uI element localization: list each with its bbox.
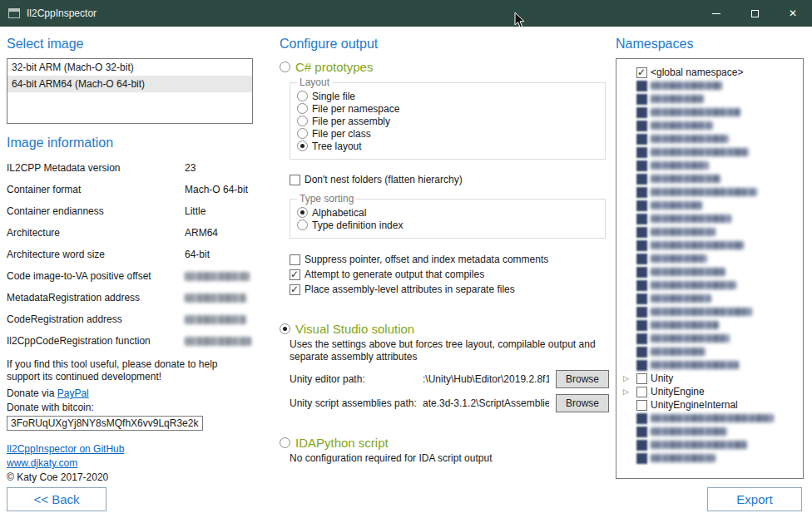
namespace-item[interactable]: UnityEngineInternal <box>623 398 800 412</box>
namespace-item[interactable] <box>623 345 800 358</box>
maximize-button[interactable] <box>735 0 774 27</box>
checkbox-icon[interactable] <box>636 320 647 331</box>
checkbox-icon[interactable] <box>636 214 647 224</box>
info-label: Il2CppCodeRegistration function <box>7 335 185 347</box>
sorting-option[interactable]: Type definition index <box>297 219 598 231</box>
namespace-item[interactable] <box>623 132 800 146</box>
redacted-label <box>651 254 707 263</box>
namespace-item[interactable]: <global namespace> <box>623 66 800 79</box>
namespace-item[interactable] <box>623 225 800 239</box>
namespace-item[interactable] <box>623 159 800 172</box>
namespace-item[interactable] <box>623 239 800 252</box>
minimize-button[interactable] <box>697 0 735 27</box>
namespace-item[interactable] <box>623 305 800 318</box>
namespace-item[interactable] <box>623 451 800 465</box>
checkbox-icon[interactable] <box>636 240 647 251</box>
namespace-item[interactable] <box>623 92 800 106</box>
namespace-item[interactable] <box>623 172 800 185</box>
sorting-option[interactable]: Alphabetical <box>297 206 598 219</box>
layout-option[interactable]: Tree layout <box>297 140 598 152</box>
checkbox-icon[interactable] <box>636 453 647 464</box>
checkbox-icon[interactable] <box>636 227 647 238</box>
namespace-item[interactable] <box>623 358 800 372</box>
checkbox-icon[interactable] <box>636 147 647 158</box>
checkbox-icon[interactable] <box>636 280 647 291</box>
namespace-list[interactable]: <global namespace>▷Unity▷UnityEngineUnit… <box>616 58 804 479</box>
checkbox-icon[interactable] <box>636 440 647 451</box>
vs-fields: Unity editor path::\Unity\Hub\Editor\201… <box>290 370 609 412</box>
namespace-item[interactable] <box>623 265 800 279</box>
checkbox-icon[interactable] <box>636 94 647 105</box>
namespace-item[interactable] <box>623 199 800 212</box>
checkbox-icon[interactable] <box>636 373 647 384</box>
idapython-radio[interactable]: IDAPython script <box>280 434 609 451</box>
checkbox-icon[interactable] <box>636 294 647 304</box>
namespace-item[interactable] <box>623 212 800 225</box>
image-list-item[interactable]: 64-bit ARM64 (Mach-O 64-bit) <box>7 76 252 92</box>
visual-studio-radio[interactable]: Visual Studio solution <box>280 320 609 337</box>
checkbox-icon[interactable] <box>636 267 647 278</box>
checkbox-icon[interactable] <box>636 307 647 318</box>
expander-icon[interactable]: ▷ <box>623 375 633 382</box>
namespace-item[interactable] <box>623 252 800 265</box>
namespace-item[interactable] <box>623 425 800 438</box>
namespace-item[interactable] <box>623 412 800 425</box>
website-link[interactable]: www.djkaty.com <box>7 457 77 469</box>
namespace-item[interactable]: ▷UnityEngine <box>623 385 800 398</box>
checkbox-icon[interactable] <box>636 413 647 424</box>
checkbox-icon[interactable] <box>636 347 647 358</box>
browse-button[interactable]: Browse <box>556 394 609 412</box>
checkbox-icon[interactable] <box>636 387 647 397</box>
info-value: 23 <box>185 162 253 174</box>
output-checkbox[interactable]: Attempt to generate output that compiles <box>290 267 609 282</box>
layout-option[interactable]: File per namespace <box>297 102 598 115</box>
redacted-label <box>651 281 736 289</box>
redacted-label <box>651 414 774 422</box>
layout-option[interactable]: File per assembly <box>297 115 598 127</box>
namespace-item[interactable]: ▷Unity <box>623 372 800 385</box>
close-button[interactable]: ✕ <box>774 0 812 27</box>
image-list[interactable]: 32-bit ARM (Mach-O 32-bit)64-bit ARM64 (… <box>7 58 253 124</box>
github-link[interactable]: Il2CppInspector on GitHub <box>7 443 124 455</box>
namespace-item[interactable] <box>623 79 800 92</box>
layout-option[interactable]: Single file <box>297 90 598 102</box>
checkbox-icon[interactable] <box>636 81 647 91</box>
checkbox-icon[interactable] <box>636 333 647 344</box>
checkbox-icon[interactable] <box>636 134 647 145</box>
checkbox-icon[interactable] <box>636 200 647 211</box>
checkbox-icon[interactable] <box>636 187 647 198</box>
output-checkbox[interactable]: Suppress pointer, offset and index metad… <box>290 252 609 267</box>
namespace-item[interactable] <box>623 318 800 332</box>
namespace-item[interactable] <box>623 106 800 119</box>
flatten-checkbox[interactable]: Don't nest folders (flatten hierarchy) <box>290 173 609 186</box>
bitcoin-address-input[interactable] <box>7 416 203 431</box>
namespace-item[interactable] <box>623 292 800 305</box>
namespace-item[interactable] <box>623 146 800 159</box>
checkbox-icon[interactable] <box>636 360 647 371</box>
redacted-label <box>651 321 719 329</box>
checkbox-icon[interactable] <box>636 67 647 78</box>
output-checkbox[interactable]: Place assembly-level attributes in separ… <box>290 282 609 297</box>
export-button[interactable]: Export <box>707 487 802 511</box>
paypal-link[interactable]: PayPal <box>57 387 89 399</box>
csharp-prototypes-radio[interactable]: C# prototypes <box>280 58 609 75</box>
namespace-item[interactable] <box>623 185 800 199</box>
namespace-item[interactable] <box>623 332 800 345</box>
checkbox-icon[interactable] <box>636 174 647 185</box>
namespace-item[interactable] <box>623 438 800 451</box>
image-list-item[interactable]: 32-bit ARM (Mach-O 32-bit) <box>7 59 252 76</box>
browse-button[interactable]: Browse <box>556 370 609 388</box>
checkbox-icon[interactable] <box>636 427 647 437</box>
namespace-item[interactable] <box>623 119 800 132</box>
namespace-item[interactable] <box>623 279 800 292</box>
expander-icon[interactable]: ▷ <box>623 388 633 396</box>
info-label: Code image-to-VA positive offset <box>7 270 185 282</box>
checkbox-icon[interactable] <box>636 160 647 171</box>
checkbox-icon[interactable] <box>636 254 647 264</box>
checkbox-icon[interactable] <box>636 121 647 131</box>
back-button[interactable]: << Back <box>7 487 106 511</box>
radio-icon <box>297 220 308 230</box>
layout-option[interactable]: File per class <box>297 127 598 140</box>
checkbox-icon[interactable] <box>636 400 647 411</box>
checkbox-icon[interactable] <box>636 107 647 118</box>
